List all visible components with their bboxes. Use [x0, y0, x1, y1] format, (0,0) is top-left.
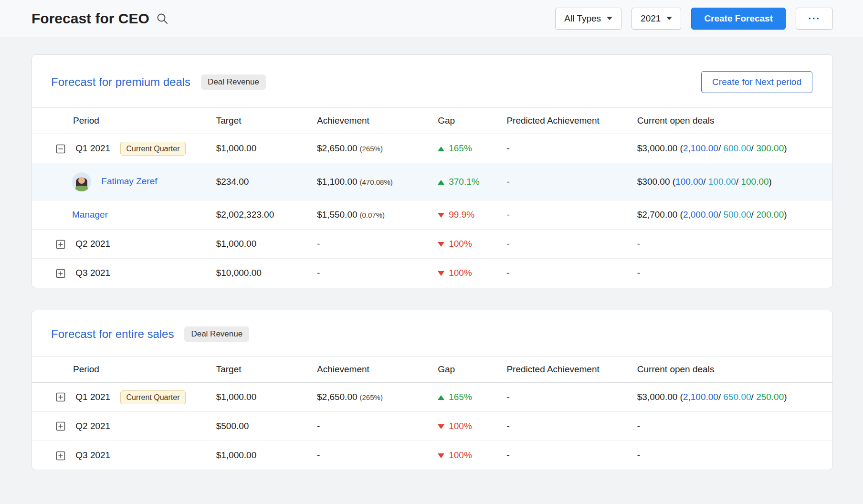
card-header: Forecast for premium deals Deal Revenue …: [32, 55, 832, 107]
expand-icon[interactable]: [56, 240, 65, 249]
page-title: Forecast for CEO: [32, 10, 149, 27]
expand-icon[interactable]: [56, 421, 65, 431]
expand-icon[interactable]: [56, 451, 65, 461]
table-row[interactable]: Q2 2021 $1,000.00 - 100% - -: [32, 230, 832, 259]
period-label: Q1 2021: [75, 392, 110, 402]
user-link[interactable]: Fatimay Zeref: [101, 176, 157, 186]
more-options-button[interactable]: ⋯: [796, 8, 833, 30]
search-icon[interactable]: [156, 12, 168, 25]
card-title-link[interactable]: Forecast for premium deals: [51, 75, 190, 89]
table-row[interactable]: Q3 2021 $10,000.00 - 100% - -: [32, 259, 832, 288]
achievement-value: $2,650.00: [317, 143, 358, 153]
close-paren: ): [784, 210, 787, 220]
create-forecast-button[interactable]: Create Forecast: [691, 8, 786, 30]
target-value: $234.00: [216, 163, 317, 200]
open-deals-link-2[interactable]: 600.00: [723, 143, 751, 153]
target-value: $1,000.00: [216, 230, 317, 259]
column-predicted: Predicted Achievement: [506, 108, 637, 134]
gap-down-icon: [438, 453, 444, 458]
column-gap: Gap: [438, 108, 506, 134]
card-title-link[interactable]: Forecast for entire sales: [51, 327, 174, 341]
gap-value: 100%: [449, 421, 472, 431]
predicted-value: -: [506, 259, 637, 288]
open-deals-link-1[interactable]: 2,100.00: [683, 143, 718, 153]
achievement-value: $1,100.00: [317, 177, 358, 187]
gap-down-icon: [438, 242, 444, 247]
achievement-value: -: [317, 259, 438, 288]
gap-up-icon: [438, 395, 444, 400]
role-link[interactable]: Manager: [72, 210, 108, 220]
predicted-value: -: [506, 163, 637, 200]
open-deals-link-1[interactable]: 2,100.00: [683, 392, 718, 402]
forecast-table: Period Target Achievement Gap Predicted …: [32, 356, 832, 470]
predicted-value: -: [506, 200, 637, 230]
forecast-card-premium-deals: Forecast for premium deals Deal Revenue …: [32, 54, 833, 288]
year-filter-dropdown[interactable]: 2021: [631, 8, 681, 30]
gap-value: 370.1%: [449, 177, 479, 187]
predicted-value: -: [506, 230, 637, 259]
forecast-card-entire-sales: Forecast for entire sales Deal Revenue P…: [32, 310, 833, 471]
open-deals-link-2[interactable]: 650.00: [723, 392, 751, 402]
type-filter-dropdown[interactable]: All Types: [555, 8, 621, 30]
separator: /: [751, 210, 757, 220]
table-row[interactable]: Manager $2,002,323.00 $1,550.00(0.07%) 9…: [32, 200, 832, 230]
separator: /: [718, 392, 724, 402]
period-label: Q2 2021: [75, 239, 110, 249]
table-row[interactable]: Q1 2021 Current Quarter $1,000.00 $2,650…: [32, 382, 832, 411]
deal-revenue-badge: Deal Revenue: [184, 326, 249, 342]
open-deals-link-3[interactable]: 300.00: [756, 143, 784, 153]
achievement-value: -: [317, 411, 438, 441]
open-deals-link-1[interactable]: 100.00: [675, 177, 703, 187]
gap-value: 165%: [449, 143, 472, 153]
separator: /: [718, 143, 724, 153]
achievement-value: -: [317, 230, 438, 259]
period-label: Q3 2021: [75, 450, 110, 460]
column-period: Period: [32, 356, 216, 382]
open-deals-link-1[interactable]: 2,000.00: [683, 210, 718, 220]
open-deals-link-3[interactable]: 250.00: [756, 392, 784, 402]
open-deals-link-3[interactable]: 200.00: [756, 210, 784, 220]
table-row[interactable]: Q2 2021 $500.00 - 100% - -: [32, 411, 832, 441]
open-deals-link-2[interactable]: 500.00: [723, 210, 751, 220]
gap-up-icon: [438, 180, 444, 185]
expand-icon[interactable]: [56, 392, 65, 402]
predicted-value: -: [506, 441, 637, 470]
achievement-value: $2,650.00: [317, 392, 358, 402]
open-deals-total: $3,000.00 (: [637, 392, 683, 402]
close-paren: ): [784, 143, 787, 153]
create-next-period-button[interactable]: Create for Next period: [701, 71, 812, 93]
column-period: Period: [32, 108, 216, 134]
achievement-pct: (470.08%): [360, 178, 393, 186]
type-filter-value: All Types: [564, 13, 601, 24]
open-deals-link-2[interactable]: 100.00: [708, 177, 736, 187]
gap-value: 165%: [449, 392, 472, 402]
column-achievement: Achievement: [317, 356, 438, 382]
target-value: $2,002,323.00: [216, 200, 317, 230]
chevron-down-icon: [607, 17, 612, 20]
column-achievement: Achievement: [317, 108, 438, 134]
separator: /: [751, 143, 757, 153]
achievement-pct: (265%): [360, 393, 383, 401]
close-paren: ): [784, 392, 787, 402]
column-open-deals: Current open deals: [637, 356, 832, 382]
predicted-value: -: [506, 134, 637, 163]
separator: /: [703, 177, 708, 187]
table-row[interactable]: Fatimay Zeref $234.00 $1,100.00(470.08%)…: [32, 163, 832, 200]
separator: /: [751, 392, 757, 402]
predicted-value: -: [506, 382, 637, 411]
close-paren: ): [769, 177, 772, 187]
period-label: Q1 2021: [75, 143, 110, 153]
column-target: Target: [216, 356, 317, 382]
current-quarter-badge: Current Quarter: [120, 142, 185, 156]
column-open-deals: Current open deals: [637, 108, 832, 134]
current-quarter-badge: Current Quarter: [120, 390, 185, 404]
gap-up-icon: [438, 147, 444, 151]
year-filter-value: 2021: [641, 13, 661, 24]
open-deals-link-3[interactable]: 100.00: [741, 177, 768, 187]
table-row[interactable]: Q3 2021 $1,000.00 - 100% - -: [32, 441, 832, 470]
open-deals-total: $2,700.00 (: [637, 210, 683, 220]
table-row[interactable]: Q1 2021 Current Quarter $1,000.00 $2,650…: [32, 134, 832, 163]
collapse-icon[interactable]: [56, 144, 65, 154]
achievement-pct: (0.07%): [360, 211, 385, 219]
expand-icon[interactable]: [56, 269, 65, 278]
